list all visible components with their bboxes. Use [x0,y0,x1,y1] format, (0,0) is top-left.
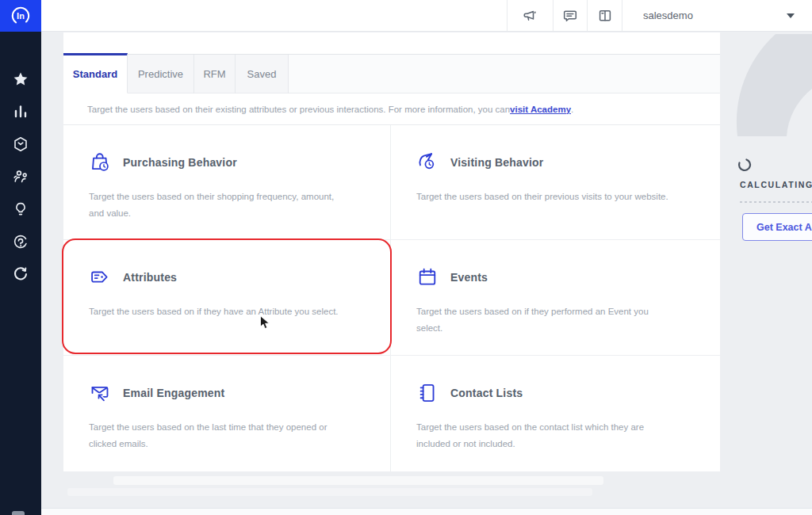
loading-spinner-icon [737,158,752,172]
sidebar-item-favorites[interactable] [0,63,41,95]
open-book-icon [598,9,612,23]
intro-text-body: Target the users based on their existing… [87,105,510,114]
calculating-status: CALCULATING [740,180,812,189]
lightbulb-icon [13,201,29,217]
account-name: salesdemo [643,10,693,21]
shopping-bag-clock-icon [89,151,111,174]
topbar-spacer [41,0,507,31]
card-purchasing-behavior[interactable]: Purchasing Behavior Target the users bas… [63,125,391,240]
segment-selection-screen: In [0,0,812,515]
tab-standard[interactable]: Standard [63,53,128,93]
bar-chart-icon [13,104,29,120]
card-title: Visiting Behavior [450,156,544,169]
knowledge-base-button[interactable] [587,0,622,31]
megaphone-icon [523,9,538,23]
sidebar-item-ideas[interactable] [0,193,41,225]
tabstrip-filler [289,55,720,93]
insider-logo[interactable]: In [0,0,41,32]
logo-icon: In [10,5,32,27]
intro-text-suffix: . [571,105,573,114]
tab-predictive[interactable]: Predictive [128,55,194,93]
journey-icon [13,234,29,250]
card-description: Target the users based on the last time … [89,419,366,452]
intro-text: Target the users based on their existing… [63,93,720,125]
background-remnant [67,488,592,496]
sidebar: In [0,0,41,515]
package-icon [13,136,29,152]
chat-icon [563,9,577,23]
svg-text:In: In [17,11,25,21]
sidebar-item-audiences[interactable] [0,160,41,193]
cursor-clock-icon [416,151,439,174]
calendar-icon [416,266,439,288]
card-email-engagement[interactable]: Email Engagement Target the users based … [63,356,391,471]
card-title: Attributes [123,271,177,284]
topbar: salesdemo [41,0,812,32]
sidebar-item-analytics[interactable] [0,95,41,128]
notebook-icon [416,382,439,404]
sidebar-item-products[interactable] [0,128,41,160]
sidebar-item-sync[interactable] [0,258,41,290]
sync-icon [13,266,29,282]
background-remnant [113,476,603,485]
chevron-down-icon [787,13,795,18]
star-icon [13,71,29,87]
email-arrow-icon [89,382,111,404]
card-title: Contact Lists [450,387,523,399]
segment-panel: Standard Predictive RFM Saved Target the… [63,32,720,471]
card-attributes[interactable]: Attributes Target the users based on if … [63,240,391,356]
card-description: Target the users based on their shopping… [89,189,366,222]
sidebar-bottom-icon [12,511,25,515]
sidebar-nav [0,32,41,290]
card-contact-lists[interactable]: Contact Lists Target the users based on … [391,356,720,471]
tag-icon [89,266,111,288]
sidebar-item-journeys[interactable] [0,225,41,258]
panel-header-space [63,32,720,54]
bottom-strip [41,508,812,515]
card-title: Purchasing Behavior [123,156,237,169]
card-title: Email Engagement [123,387,224,399]
feedback-button[interactable] [553,0,587,31]
get-exact-audience-button[interactable]: Get Exact Audience [742,213,812,241]
audience-gauge-arc [720,32,812,191]
card-visiting-behavior[interactable]: Visiting Behavior Target the users based… [391,125,720,240]
card-description: Target the users based on if they have a… [89,303,366,320]
card-description: Target the users based on their previous… [416,189,696,205]
tab-saved[interactable]: Saved [236,55,289,93]
card-description: Target the users based on if they perfor… [416,303,696,337]
tab-rfm[interactable]: RFM [194,55,236,93]
segment-tabs: Standard Predictive RFM Saved [63,54,720,93]
segment-type-grid: Purchasing Behavior Target the users bas… [63,125,720,471]
card-title: Events [450,271,488,284]
visit-academy-link[interactable]: visit Academy [510,105,571,114]
card-description: Target the users based on the contact li… [416,419,696,452]
announcements-button[interactable] [507,0,553,31]
card-events[interactable]: Events Target the users based on if they… [391,240,720,356]
account-switcher[interactable]: salesdemo [622,0,812,31]
dashed-divider [740,201,812,203]
team-icon [13,169,29,185]
